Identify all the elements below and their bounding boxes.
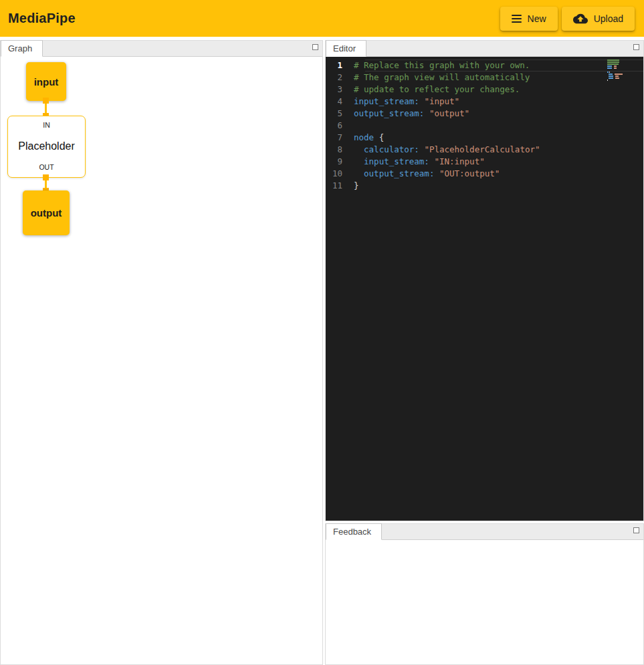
editor-panel: Editor 1# Replace this graph with your o…	[325, 40, 644, 521]
horizontal-splitter[interactable]	[325, 521, 644, 523]
graph-node-output-label: output	[31, 207, 62, 219]
new-button[interactable]: New	[500, 7, 558, 31]
header-actions: New Upload	[500, 7, 635, 31]
tab-feedback[interactable]: Feedback	[326, 523, 382, 540]
code-line[interactable]: 5output_stream: "output"	[326, 108, 643, 120]
code-line[interactable]: 10 output_stream: "OUT:output"	[326, 168, 643, 180]
editor-panel-header: Editor	[326, 41, 643, 57]
app-title: MediaPipe	[8, 11, 76, 26]
tab-feedback-label: Feedback	[333, 527, 371, 537]
input-port-label: IN	[43, 121, 50, 129]
code-line[interactable]: 3# update to reflect your changes.	[326, 84, 643, 96]
graph-node-placeholder[interactable]: IN Placeholder OUT	[7, 116, 86, 178]
graph-panel: Graph input IN Placeholder OUT output	[0, 40, 323, 665]
tab-editor-label: Editor	[333, 43, 356, 53]
code-line[interactable]: 1# Replace this graph with your own.	[326, 59, 643, 72]
graph-node-input[interactable]: input	[26, 62, 66, 101]
cloud-upload-icon	[573, 11, 588, 26]
vertical-splitter[interactable]	[323, 40, 325, 665]
app-root: MediaPipe New Upload Graph	[0, 0, 644, 665]
code-line[interactable]: 4input_stream: "input"	[326, 96, 643, 108]
feedback-panel-header: Feedback	[326, 524, 643, 540]
graph-node-input-label: input	[34, 76, 59, 88]
code-line[interactable]: 7node {	[326, 132, 643, 144]
graph-panel-header: Graph	[1, 41, 322, 57]
maximize-icon[interactable]	[633, 527, 639, 533]
code-line[interactable]: 11}	[326, 180, 643, 192]
feedback-content	[326, 540, 643, 664]
tab-graph-label: Graph	[8, 43, 32, 53]
output-port-label: OUT	[39, 163, 53, 171]
maximize-icon[interactable]	[312, 44, 318, 50]
app-header: MediaPipe New Upload	[0, 0, 644, 37]
feedback-panel: Feedback	[325, 523, 644, 665]
graph-edge-output	[45, 178, 47, 190]
menu-icon	[512, 15, 522, 23]
code-lines: 1# Replace this graph with your own.2# T…	[326, 59, 643, 192]
code-editor[interactable]: 1# Replace this graph with your own.2# T…	[326, 57, 643, 521]
upload-button-label: Upload	[594, 13, 623, 24]
new-button-label: New	[528, 13, 546, 24]
editor-minimap[interactable]	[607, 59, 634, 81]
tab-graph[interactable]: Graph	[1, 40, 43, 57]
calculator-node-label: Placeholder	[18, 140, 75, 152]
code-line[interactable]: 2# The graph view will automatically	[326, 72, 643, 84]
upload-button[interactable]: Upload	[562, 7, 635, 31]
graph-canvas[interactable]: input IN Placeholder OUT output	[1, 57, 322, 664]
graph-edge-input	[45, 101, 47, 116]
graph-node-output[interactable]: output	[23, 190, 70, 235]
code-line[interactable]: 9 input_stream: "IN:input"	[326, 156, 643, 168]
code-line[interactable]: 6	[326, 120, 643, 132]
maximize-icon[interactable]	[633, 44, 639, 50]
code-line[interactable]: 8 calculator: "PlaceholderCalculator"	[326, 144, 643, 156]
tab-editor[interactable]: Editor	[326, 40, 366, 57]
